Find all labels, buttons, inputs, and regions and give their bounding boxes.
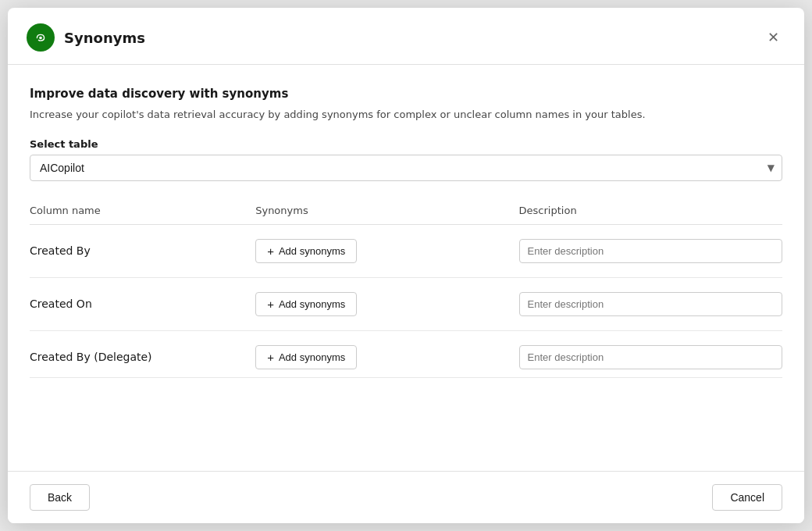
add-synonyms-label: Add synonyms bbox=[279, 351, 345, 363]
table-select-wrapper: AICopilot ▼ bbox=[30, 155, 782, 181]
table-header-row: Column name Synonyms Description bbox=[30, 200, 782, 225]
synonyms-table: Column name Synonyms Description Created… bbox=[30, 200, 782, 378]
modal-title: Synonyms bbox=[64, 30, 145, 46]
description-input-1[interactable] bbox=[519, 292, 782, 316]
column-name-header: Column name bbox=[30, 200, 255, 225]
cancel-button[interactable]: Cancel bbox=[712, 484, 782, 511]
add-synonyms-label: Add synonyms bbox=[279, 298, 345, 310]
svg-point-1 bbox=[39, 37, 42, 40]
synonyms-header: Synonyms bbox=[255, 200, 518, 225]
back-button[interactable]: Back bbox=[30, 484, 90, 511]
select-table-label: Select table bbox=[30, 138, 782, 150]
modal-header-left: Synonyms bbox=[27, 23, 145, 52]
description-input-0[interactable] bbox=[519, 239, 782, 263]
description-header: Description bbox=[519, 200, 782, 225]
description-cell bbox=[519, 330, 782, 377]
section-desc: Increase your copilot's data retrieval a… bbox=[30, 107, 782, 123]
close-icon: ✕ bbox=[767, 29, 779, 46]
plus-icon: + bbox=[267, 298, 274, 310]
description-cell bbox=[519, 224, 782, 277]
add-synonyms-button-1[interactable]: + Add synonyms bbox=[255, 292, 357, 316]
modal-body: Improve data discovery with synonyms Inc… bbox=[8, 65, 804, 471]
add-synonyms-button-2[interactable]: + Add synonyms bbox=[255, 345, 357, 369]
add-synonyms-label: Add synonyms bbox=[279, 245, 345, 257]
table-row: Created On + Add synonyms bbox=[30, 277, 782, 330]
plus-icon: + bbox=[267, 351, 274, 363]
description-cell bbox=[519, 277, 782, 330]
column-name-cell: Created By bbox=[30, 224, 255, 277]
synonyms-cell: + Add synonyms bbox=[255, 330, 518, 377]
section-title: Improve data discovery with synonyms bbox=[30, 87, 782, 101]
plus-icon: + bbox=[267, 245, 274, 257]
synonyms-cell: + Add synonyms bbox=[255, 224, 518, 277]
table-select[interactable]: AICopilot bbox=[30, 155, 782, 181]
modal-header: Synonyms ✕ bbox=[8, 8, 804, 65]
synonyms-modal: Synonyms ✕ Improve data discovery with s… bbox=[8, 8, 804, 523]
synonyms-cell: + Add synonyms bbox=[255, 277, 518, 330]
table-head: Column name Synonyms Description bbox=[30, 200, 782, 225]
table-row: Created By (Delegate) + Add synonyms bbox=[30, 330, 782, 377]
modal-overlay: Synonyms ✕ Improve data discovery with s… bbox=[0, 0, 812, 531]
app-icon bbox=[27, 23, 55, 52]
column-name-cell: Created On bbox=[30, 277, 255, 330]
column-name-cell: Created By (Delegate) bbox=[30, 330, 255, 377]
close-button[interactable]: ✕ bbox=[764, 26, 782, 49]
table-body: Created By + Add synonyms Created On bbox=[30, 224, 782, 377]
add-synonyms-button-0[interactable]: + Add synonyms bbox=[255, 239, 357, 263]
modal-footer: Back Cancel bbox=[8, 471, 804, 523]
table-row: Created By + Add synonyms bbox=[30, 224, 782, 277]
description-input-2[interactable] bbox=[519, 345, 782, 369]
